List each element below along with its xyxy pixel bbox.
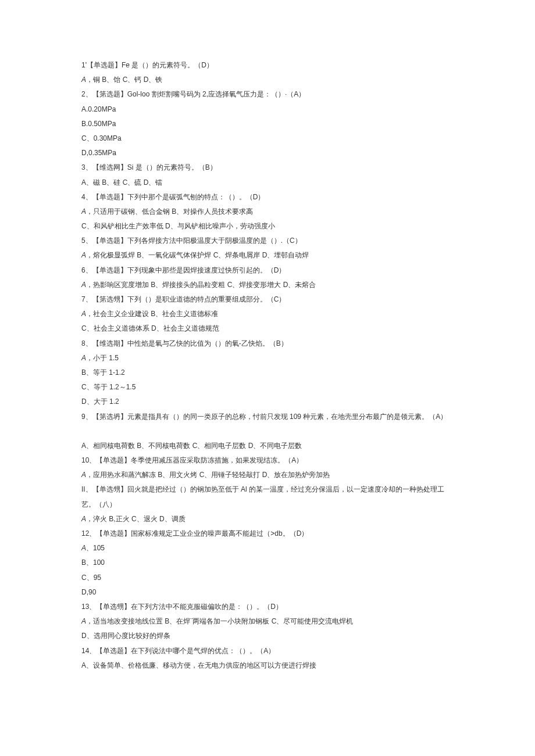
text-line: II、【单选甥】回火就是把经过（）的钢加热至低于 Al 的某一温度，经过充分保温… — [81, 482, 454, 511]
text-line: B.0.50MPa — [81, 117, 454, 131]
text-line: C、0.30MPa — [81, 131, 454, 146]
text-line: 14、【单选题】在下列说法中哪个是气焊的优点：（）。（A） — [81, 644, 454, 658]
text-line: A.0.20MPa — [81, 102, 454, 117]
text-line: D,90 — [81, 585, 454, 600]
text-line: A，热影响区宽度增加 B、焊接接头的晶粒变粗 C、焊接变形增大 D、未熔合 — [81, 278, 454, 292]
text-line: D,0.35MPa — [81, 146, 454, 160]
text-line: A，适当地改变接地线位置 B、在焊¨两端各加一小块附加钢板 C、尽可能使用交流电… — [81, 614, 454, 629]
text-line: A、相同核电荷数 B、不同核电荷数 C、相同电子层数 D、不同电子层数 — [81, 439, 454, 453]
text-line: 10、【单选题】冬季使用减压器应采取防冻措施，如果发现结冻。（A） — [81, 453, 454, 468]
text-line: A，铜 B、饴 C、钙 D、铁 — [81, 73, 454, 87]
text-line: 5、【单选题】下列各焊接方法中阳极温度大于阴极温度的是（）.（C） — [81, 234, 454, 248]
text-line: A，只适用于碳钢、低合金钢 B、对操作人员技术要求高 — [81, 205, 454, 219]
text-line — [81, 424, 454, 439]
text-line: 2、【第选题】Gol-loo 割炬割嘴号码为 2,应选择氧气压力是：（）·（A） — [81, 87, 454, 102]
text-line: 9、【第选坍】元素是指具有（）的同一类原子的总称，忖前只发现 109 种元素，在… — [81, 410, 454, 424]
text-line: 4、【单选题】下列中那个是碳弧气刨的特点：（）。（D） — [81, 190, 454, 205]
text-line: C、95 — [81, 571, 454, 585]
document-content: 1'【单选题】Fe 是（）的元素符号。（D）A，铜 B、饴 C、钙 D、铁2、【… — [81, 58, 454, 673]
text-line: C、和风铲相比生产效率低 D、与风铲相比噪声小，劳动强度小 — [81, 219, 454, 234]
text-line: 8、【维选期】中性焰是氧与乙快的比值为（）的氧-乙快焰。（B） — [81, 336, 454, 351]
text-line: A，淬火 B,正火 C、退火 D、调质 — [81, 512, 454, 526]
text-line: B、等于 1-1.2 — [81, 366, 454, 380]
text-line: 12、【单选题】国家标准规定工业企业的噪声最高不能超过（>db。（D） — [81, 526, 454, 541]
text-line: D、选用同心度比较好的焊条 — [81, 629, 454, 643]
text-line: 1'【单选题】Fe 是（）的元素符号。（D） — [81, 58, 454, 73]
text-line: C、等于 1.2～1.5 — [81, 380, 454, 395]
text-line: D、大于 1.2 — [81, 395, 454, 409]
text-line: A、磁 B、硅 C、硫 D、镭 — [81, 175, 454, 190]
text-line: 13、【单选甥】在下列方法中不能克服磁偏吹的是：（）。（D） — [81, 600, 454, 614]
text-line: C、社会主义道德体系 D、社会主义道德规范 — [81, 321, 454, 336]
text-line: 3、【维选网】Si 是（）的元素符号。（B） — [81, 160, 454, 175]
text-line: A，熔化极显弧焊 B、一氧化碳气体保护焊 C、焊条电屑岸 D、埋邨自动焊 — [81, 248, 454, 263]
text-line: A，应用热水和蒸汽解冻 B、用文火烤 C、用锤子轻轻敲打 D、放在加热炉旁加热 — [81, 468, 454, 482]
text-line: 7、【第选甥】下列（）是职业道德的特点的重要组成部分。（C） — [81, 292, 454, 307]
text-line: A、设备简单、价格低廉、移动方便，在无电力供应的地区可以方便进行焊接 — [81, 658, 454, 673]
text-line: B、100 — [81, 556, 454, 570]
text-line: A、105 — [81, 541, 454, 556]
text-line: A，小于 1.5 — [81, 351, 454, 366]
text-line: A，社会主义企业建设 B、社会主义道德标准 — [81, 307, 454, 321]
text-line: 6、【单选题】下列现象中那些是因焊接速度过快所引起的。（D） — [81, 263, 454, 278]
